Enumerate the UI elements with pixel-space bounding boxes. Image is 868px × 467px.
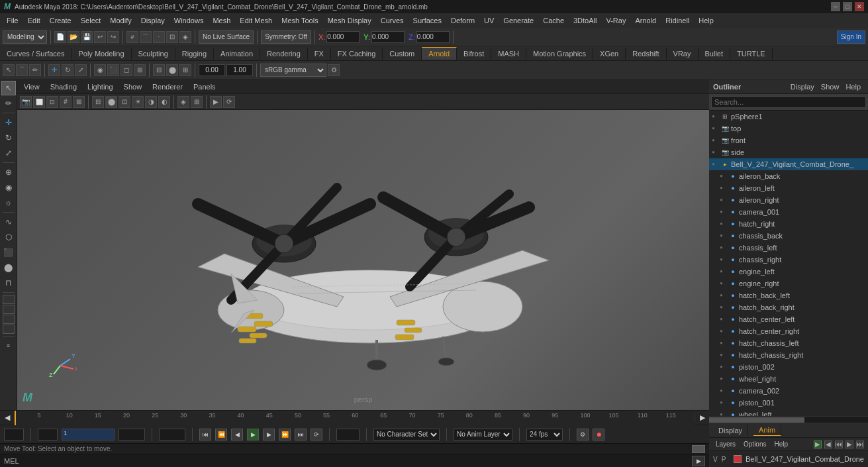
outliner-item[interactable]: ● ● aileron_left	[709, 182, 868, 194]
range-end-input[interactable]: 120	[119, 429, 145, 441]
outliner-item[interactable]: ● ● chassis_right	[709, 254, 868, 266]
outliner-item[interactable]: ● 📷 front	[709, 134, 868, 146]
outliner-item[interactable]: ● ● hatch_right	[709, 218, 868, 230]
snap-surface-icon[interactable]: ◈	[179, 31, 191, 43]
curve-cv-button[interactable]: ∿	[1, 215, 16, 229]
menu-item-display[interactable]: Display	[137, 15, 169, 26]
z-input[interactable]	[416, 31, 450, 43]
mel-input[interactable]	[24, 457, 687, 465]
surface-button[interactable]: ⬡	[1, 230, 16, 244]
view-menu[interactable]: View	[21, 81, 42, 92]
max-frame-input[interactable]: 120	[159, 429, 185, 441]
move-tool-button[interactable]: ✛	[1, 115, 16, 130]
wireframe-icon[interactable]: ⊟	[153, 64, 165, 76]
outliner-item[interactable]: ● ● hatch_chassis_left	[709, 337, 868, 349]
vp-v-button[interactable]: ▶	[814, 441, 822, 448]
anim-layer-dropdown[interactable]: No Anim Layer	[454, 429, 512, 441]
select-tool-button[interactable]: ↖	[1, 81, 16, 95]
undo-icon[interactable]: ↩	[94, 31, 106, 43]
timeline-collapse-button[interactable]: ◀	[0, 413, 15, 422]
menu-item-generate[interactable]: Generate	[499, 15, 538, 26]
outliner-item[interactable]: ● ⊞ pSphere1	[709, 111, 868, 123]
anim-tab[interactable]: Anim	[753, 425, 781, 436]
x-input[interactable]	[326, 31, 360, 43]
soft-modify-button[interactable]: ◉	[1, 180, 16, 195]
module-tab-fx-caching[interactable]: FX Caching	[331, 48, 383, 60]
canvas-area[interactable]: persp M Y X	[17, 110, 709, 410]
timeline-expand-button[interactable]: ▶	[695, 413, 709, 422]
outliner-item[interactable]: ● ● camera_001	[709, 206, 868, 218]
current-frame-input[interactable]: 1	[4, 429, 24, 441]
menu-item-modify[interactable]: Modify	[106, 15, 135, 26]
character-set-dropdown[interactable]: No Character Set	[373, 429, 440, 441]
menu-item-edit[interactable]: Edit	[24, 15, 44, 26]
outliner-item[interactable]: ● ● aileron_right	[709, 194, 868, 206]
outliner-item[interactable]: ● ● wheel_right	[709, 373, 868, 385]
vp-light-icon[interactable]: ☀	[132, 96, 144, 108]
vp-resgate-icon[interactable]: ⊡	[46, 96, 58, 108]
vp-filmgate-icon[interactable]: ⬜	[33, 96, 45, 108]
module-tab-bifrost[interactable]: Bifrost	[457, 48, 491, 60]
vp-grid-icon[interactable]: #	[60, 96, 72, 108]
layer-panel-button[interactable]: ≡	[1, 338, 16, 353]
sign-in-button[interactable]: Sign In	[837, 30, 865, 44]
outliner-scroll-thumb[interactable]	[709, 417, 804, 423]
menu-item-uv[interactable]: UV	[480, 15, 498, 26]
redo-icon[interactable]: ↪	[107, 31, 119, 43]
vp-play-icon[interactable]: ▶	[210, 96, 222, 108]
shading-menu[interactable]: Shading	[48, 81, 79, 92]
menu-item-mesh[interactable]: Mesh	[209, 15, 234, 26]
maximize-button[interactable]: □	[843, 2, 852, 11]
universal-manip-button[interactable]: ⊕	[1, 165, 16, 180]
soft-select-icon[interactable]: ◉	[94, 64, 106, 76]
poly-cube-button[interactable]: ⬛	[1, 245, 16, 260]
module-tab-redshift[interactable]: Redshift	[626, 48, 666, 60]
outliner-item[interactable]: ● ▸ Bell_V_247_Vigilant_Combat_Drone_	[709, 158, 868, 170]
y-input[interactable]	[371, 31, 405, 43]
frame-value[interactable]	[199, 64, 225, 76]
lasso-select-icon[interactable]: ⌒	[16, 64, 28, 76]
go-to-end-button[interactable]: ⏭	[295, 429, 307, 441]
outliner-item[interactable]: ● ● chassis_left	[709, 242, 868, 254]
poly-sphere-button[interactable]: ⬤	[1, 260, 16, 275]
no-live-surface-button[interactable]: No Live Surface	[199, 30, 254, 44]
outliner-item[interactable]: ● ● chassis_back	[709, 230, 868, 242]
lighting-menu[interactable]: Lighting	[85, 81, 116, 92]
module-tab-poly-modeling[interactable]: Poly Modeling	[72, 48, 131, 60]
outliner-item[interactable]: ● ● hatch_center_left	[709, 313, 868, 325]
menu-item-cache[interactable]: Cache	[539, 15, 568, 26]
outliner-item[interactable]: ● ● hatch_chassis_right	[709, 349, 868, 361]
module-tab-animation[interactable]: Animation	[214, 48, 260, 60]
module-tab-rendering[interactable]: Rendering	[260, 48, 308, 60]
select-tool-icon[interactable]: ↖	[3, 64, 15, 76]
menu-item-mesh-tools[interactable]: Mesh Tools	[277, 15, 322, 26]
help-subtab[interactable]: Help	[771, 441, 791, 448]
outliner-item[interactable]: ● ● camera_002	[709, 385, 868, 397]
symmetry-button[interactable]: Symmetry: Off	[261, 30, 311, 44]
paint-select-button[interactable]: ✏	[1, 96, 16, 111]
vp-p-button[interactable]: ◀	[824, 441, 832, 448]
outliner-item[interactable]: ● ● engine_left	[709, 266, 868, 278]
vp-camera-icon[interactable]: 📷	[20, 96, 32, 108]
vp-loop-icon[interactable]: ⟳	[223, 96, 235, 108]
menu-item-file[interactable]: File	[3, 15, 23, 26]
fps-dropdown[interactable]: 24 fps	[526, 429, 563, 441]
vp-iso-icon[interactable]: ◈	[177, 96, 189, 108]
step-input[interactable]: 200	[336, 429, 360, 441]
new-scene-icon[interactable]: 📄	[54, 31, 66, 43]
vp-hud-icon[interactable]: ⊞	[73, 96, 85, 108]
menu-item-edit-mesh[interactable]: Edit Mesh	[236, 15, 276, 26]
show-manip-button[interactable]: ☼	[1, 195, 16, 210]
texture-icon[interactable]: ⊞	[179, 64, 191, 76]
vp-ao-icon[interactable]: ◐	[158, 96, 170, 108]
open-scene-icon[interactable]: 📂	[68, 31, 79, 43]
snap-grid-icon[interactable]: #	[126, 31, 138, 43]
snap-point-icon[interactable]: ·	[153, 31, 165, 43]
gamma-settings-icon[interactable]: ⚙	[328, 64, 340, 76]
anim-nav-1[interactable]: ⏮	[835, 441, 843, 448]
scale-tool-button[interactable]: ⤢	[1, 146, 16, 160]
mini-view-icon4[interactable]	[3, 325, 15, 334]
mel-run-button[interactable]: ▶	[692, 456, 705, 466]
outliner-help-menu[interactable]: Help	[842, 81, 864, 92]
prev-frame-button[interactable]: ◀	[231, 429, 243, 441]
